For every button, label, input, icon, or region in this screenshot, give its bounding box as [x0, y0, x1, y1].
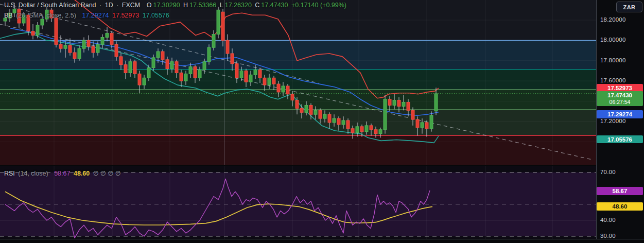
price-tick: 17.80000 [600, 57, 626, 63]
symbol-legend[interactable]: U.S. Dollar / South African Rand · 1D · … [4, 2, 348, 9]
bb-indicator-legend[interactable]: BB (20, SMA, close, 2.5) 17.29274 17.529… [4, 12, 171, 19]
bb-name[interactable]: BB [4, 12, 13, 19]
open-label: O [147, 2, 152, 9]
timeframe-label[interactable]: 1D [105, 2, 113, 9]
price-tick: 18.20000 [600, 16, 626, 23]
rsi-value: 58.67 [54, 170, 70, 177]
change-value: +0.17140 (+0.99%) [291, 2, 346, 9]
time-axis[interactable] [0, 239, 644, 243]
rsi-tick: 70.00 [600, 169, 616, 175]
bb-basis-value: 17.29274 [82, 12, 109, 19]
trading-chart-app: U.S. Dollar / South African Rand · 1D · … [0, 0, 644, 243]
last-price-badge: 17.4743006:27:54 [597, 91, 643, 106]
bb-upper-value: 17.52973 [112, 12, 139, 19]
rsi-empty-values: ∅ ∅ ∅ ∅ [93, 170, 121, 177]
price-tick: 17.20000 [600, 118, 626, 124]
rsi-tick: 40.00 [600, 217, 616, 223]
rsi-ma-value: 48.60 [74, 170, 90, 177]
rsi-indicator-legend[interactable]: RSI (14, close) 58.67 48.60 ∅ ∅ ∅ ∅ [4, 169, 123, 177]
currency-button[interactable]: ZAR [616, 2, 642, 12]
rsi-tick: 30.00 [600, 233, 616, 239]
bar-countdown: 06:27:54 [610, 99, 631, 106]
open-value: 17.30290 [153, 2, 180, 9]
legend-separator: · [116, 2, 118, 9]
exchange-label[interactable]: FXCM [122, 2, 140, 9]
bb-basis-price-badge: 17.29274 [597, 110, 643, 118]
rsi-ma-value-badge: 48.60 [597, 202, 643, 211]
low-label: L [220, 2, 223, 9]
chart-canvas[interactable] [0, 0, 644, 243]
bb-params: (20, SMA, close, 2.5) [16, 12, 76, 19]
high-label: H [183, 2, 188, 9]
bb-lower-value: 17.05576 [143, 12, 169, 19]
price-tick: 17.60000 [600, 77, 626, 83]
low-value: 17.26320 [225, 2, 252, 9]
close-value: 17.47430 [261, 2, 288, 9]
bb-lower-price-badge: 17.05576 [597, 135, 643, 143]
high-value: 17.53366 [189, 2, 216, 9]
rsi-value-badge: 58.67 [597, 187, 643, 195]
rsi-params: (14, close) [18, 170, 48, 177]
symbol-title[interactable]: U.S. Dollar / South African Rand [4, 2, 96, 9]
close-label: C [255, 2, 259, 9]
rsi-name[interactable]: RSI [4, 170, 15, 177]
legend-separator: · [99, 2, 101, 9]
price-tick: 18.00000 [600, 37, 626, 43]
